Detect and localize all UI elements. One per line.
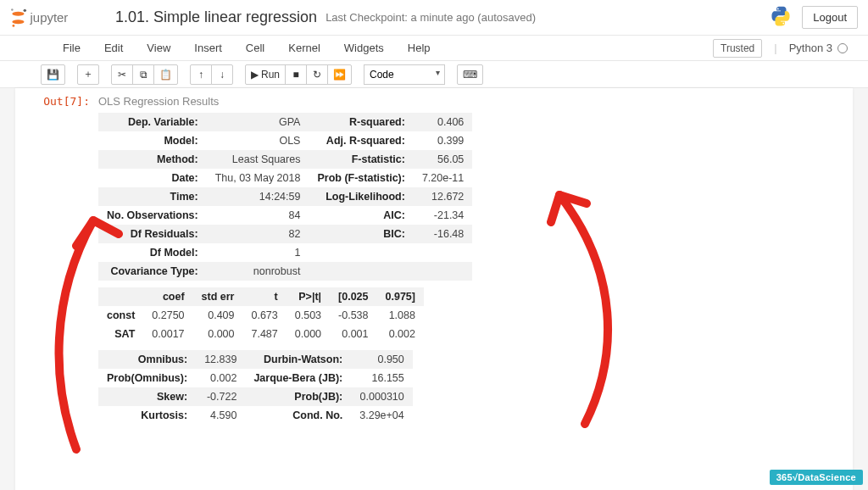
plus-icon: ＋ (83, 67, 93, 81)
ols-title: OLS Regression Results (98, 95, 846, 108)
copy-button[interactable]: ⧉ (132, 64, 154, 85)
menu-view[interactable]: View (135, 36, 182, 59)
notebook-header: jupyter 1.01. Simple linear regression L… (0, 0, 868, 36)
cut-button[interactable]: ✂ (111, 64, 133, 85)
table-row: Kurtosis:4.590Cond. No.3.29e+04 (98, 406, 413, 425)
arrow-down-icon: ↓ (220, 69, 225, 81)
ols-coef-table: coefstd errtP>|t|[0.0250.975]const0.2750… (98, 287, 424, 343)
svg-point-4 (13, 25, 15, 27)
output-cell: Out[7]: OLS Regression Results Dep. Vari… (15, 92, 853, 435)
logout-button[interactable]: Logout (802, 6, 858, 29)
svg-point-2 (11, 8, 14, 11)
run-icon: ▶ (251, 69, 259, 81)
table-row: Method:Least SquaresF-statistic:56.05 (98, 150, 472, 169)
datascience-badge: 365√DataScience (770, 470, 863, 485)
menu-file[interactable]: File (51, 36, 92, 59)
paste-icon: 📋 (159, 69, 172, 81)
svg-text:jupyter: jupyter (30, 9, 69, 24)
jupyter-logo[interactable]: jupyter (10, 6, 103, 30)
copy-icon: ⧉ (140, 69, 147, 81)
move-up-button[interactable]: ↑ (190, 64, 212, 85)
kernel-idle-icon (837, 43, 848, 53)
table-row: Omnibus:12.839Durbin-Watson:0.950 (98, 350, 413, 369)
restart-button[interactable]: ↻ (306, 64, 328, 85)
menu-insert[interactable]: Insert (182, 36, 234, 59)
run-label: Run (261, 69, 280, 81)
cell-type-select[interactable]: Code (364, 64, 445, 85)
restart-icon: ↻ (313, 69, 321, 81)
keyboard-icon: ⌨ (463, 69, 477, 81)
menu-help[interactable]: Help (396, 36, 442, 59)
cell-output: OLS Regression Results Dep. Variable:GPA… (98, 95, 846, 432)
table-row: Df Model:1 (98, 243, 472, 262)
ols-diagnostics-table: Omnibus:12.839Durbin-Watson:0.950Prob(Om… (98, 350, 413, 425)
restart-run-all-button[interactable]: ⏩ (327, 64, 352, 85)
run-button[interactable]: ▶Run (245, 64, 286, 85)
table-row: coefstd errtP>|t|[0.0250.975] (98, 287, 424, 306)
menu-edit[interactable]: Edit (92, 36, 135, 59)
paste-button[interactable]: 📋 (153, 64, 178, 85)
fast-forward-icon: ⏩ (333, 69, 346, 81)
svg-point-6 (777, 8, 779, 10)
notebook-area: Out[7]: OLS Regression Results Dep. Vari… (15, 88, 853, 490)
table-row: Covariance Type:nonrobust (98, 262, 472, 281)
kernel-name[interactable]: Python 3 (789, 42, 848, 54)
output-prompt: Out[7]: (22, 95, 98, 432)
scissors-icon: ✂ (118, 69, 126, 81)
table-row: Time:14:24:59Log-Likelihood:12.672 (98, 187, 472, 206)
table-row: Model:OLSAdj. R-squared:0.399 (98, 131, 472, 150)
table-row: SAT0.00170.0007.4870.0000.0010.002 (98, 325, 424, 343)
menu-kernel[interactable]: Kernel (276, 36, 332, 59)
svg-point-0 (12, 11, 24, 15)
table-row: No. Observations:84AIC:-21.34 (98, 206, 472, 225)
kernel-label: Python 3 (789, 42, 832, 54)
table-row: Dep. Variable:GPAR-squared:0.406 (98, 113, 472, 131)
menu-widgets[interactable]: Widgets (332, 36, 396, 59)
stop-icon: ■ (292, 69, 298, 81)
menubar: File Edit View Insert Cell Kernel Widget… (0, 36, 868, 61)
trusted-indicator[interactable]: Trusted (713, 39, 762, 58)
arrow-up-icon: ↑ (198, 69, 203, 81)
checkpoint-status: Last Checkpoint: a minute ago (autosaved… (326, 11, 536, 24)
python-icon (770, 5, 792, 30)
move-down-button[interactable]: ↓ (211, 64, 233, 85)
svg-point-1 (12, 19, 24, 24)
toolbar: 💾 ＋ ✂ ⧉ 📋 ↑ ↓ ▶Run ■ ↻ ⏩ Code ⌨ (0, 61, 868, 88)
table-row: const0.27500.4090.6730.503-0.5381.088 (98, 306, 424, 325)
menu-cell[interactable]: Cell (234, 36, 276, 59)
command-palette-button[interactable]: ⌨ (457, 64, 483, 85)
insert-cell-below-button[interactable]: ＋ (77, 64, 99, 85)
interrupt-button[interactable]: ■ (285, 64, 307, 85)
svg-point-7 (783, 23, 785, 25)
notebook-title[interactable]: 1.01. Simple linear regression (115, 8, 317, 26)
table-row: Date:Thu, 03 May 2018Prob (F-statistic):… (98, 169, 472, 187)
svg-point-3 (24, 8, 26, 11)
ols-summary-table-1: Dep. Variable:GPAR-squared:0.406Model:OL… (98, 113, 472, 281)
table-row: Df Residuals:82BIC:-16.48 (98, 225, 472, 243)
table-row: Prob(Omnibus):0.002Jarque-Bera (JB):16.1… (98, 369, 413, 387)
save-button[interactable]: 💾 (41, 64, 65, 85)
table-row: Skew:-0.722Prob(JB):0.000310 (98, 387, 413, 406)
save-icon: 💾 (47, 69, 59, 81)
